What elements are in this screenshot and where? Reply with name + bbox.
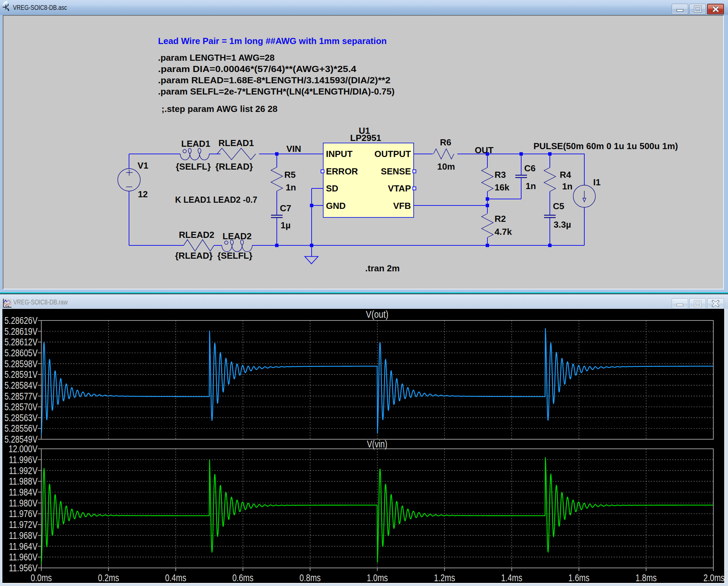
svg-text:R6: R6 (440, 137, 451, 147)
svg-text:C7: C7 (280, 203, 291, 213)
svg-text:C5: C5 (553, 201, 564, 211)
svg-text:5.28598V: 5.28598V (4, 358, 38, 369)
svg-text:R3: R3 (495, 170, 506, 180)
svg-text:SD: SD (326, 183, 338, 194)
svg-text:12: 12 (138, 189, 148, 199)
svg-text:11.992V: 11.992V (9, 465, 38, 476)
svg-text:5.28556V: 5.28556V (4, 423, 38, 434)
svg-text:RLEAD1: RLEAD1 (218, 138, 254, 148)
svg-text:2.0ms: 2.0ms (703, 572, 725, 583)
svg-text:{SELFL}: {SELFL} (176, 161, 211, 172)
svg-text:4.7k: 4.7k (495, 227, 512, 237)
svg-text:5.28605V: 5.28605V (4, 347, 38, 358)
svg-text:C6: C6 (524, 163, 536, 173)
svg-text:I1: I1 (593, 177, 601, 187)
svg-text:1.8ms: 1.8ms (636, 572, 657, 583)
svg-text:11.988V: 11.988V (9, 476, 38, 487)
svg-text:SENSE: SENSE (381, 166, 411, 176)
svg-text:1µ: 1µ (281, 220, 290, 230)
svg-text:0.6ms: 0.6ms (232, 572, 254, 583)
svg-text:0.2ms: 0.2ms (98, 572, 119, 583)
svg-text:1n: 1n (562, 181, 572, 191)
svg-text:1.6ms: 1.6ms (568, 572, 589, 583)
svg-text:11.972V: 11.972V (9, 519, 38, 530)
svg-text:OUTPUT: OUTPUT (374, 149, 411, 159)
svg-text:VIN: VIN (286, 144, 301, 154)
svg-text:1.2ms: 1.2ms (434, 572, 455, 583)
svg-text:R5: R5 (284, 170, 296, 180)
svg-text:5.28626V: 5.28626V (4, 315, 38, 326)
svg-text:5.28563V: 5.28563V (4, 412, 38, 423)
svg-text:.param DIA=0.00046*(57/64)**(A: .param DIA=0.00046*(57/64)**(AWG+3)*25.4 (158, 64, 357, 74)
svg-text:1n: 1n (286, 182, 296, 192)
svg-text:11.980V: 11.980V (9, 498, 38, 509)
svg-text:1n: 1n (526, 181, 536, 191)
svg-text:5.28619V: 5.28619V (4, 326, 38, 337)
svg-text:PULSE(50m 60m 0 1u 1u 500u 1m): PULSE(50m 60m 0 1u 1u 500u 1m) (533, 141, 678, 151)
svg-text:V1: V1 (138, 160, 148, 171)
svg-text:RLEAD2: RLEAD2 (179, 230, 214, 240)
svg-text:.tran 2m: .tran 2m (365, 263, 400, 273)
svg-text:5.28577V: 5.28577V (4, 391, 38, 402)
svg-text:5.28570V: 5.28570V (4, 401, 38, 412)
svg-text:11.960V: 11.960V (9, 552, 38, 562)
svg-text:R2: R2 (495, 214, 506, 224)
svg-text:V(vin): V(vin) (367, 439, 387, 449)
svg-text:0.8ms: 0.8ms (300, 572, 321, 583)
svg-text:.param LENGTH=1 AWG=28: .param LENGTH=1 AWG=28 (158, 53, 274, 63)
svg-text:3.3µ: 3.3µ (554, 219, 571, 230)
svg-text:1.0ms: 1.0ms (367, 572, 388, 583)
svg-text:R4: R4 (560, 170, 571, 180)
svg-text:LP2951: LP2951 (350, 133, 381, 143)
svg-text:LEAD2: LEAD2 (223, 231, 252, 241)
svg-text:VTAP: VTAP (388, 183, 411, 194)
svg-text:1.4ms: 1.4ms (501, 572, 522, 583)
svg-text:OUT: OUT (475, 145, 494, 155)
svg-text:{RLEAD}: {RLEAD} (215, 161, 253, 172)
svg-text:11.964V: 11.964V (9, 541, 38, 552)
svg-text:5.28591V: 5.28591V (4, 369, 38, 380)
svg-text:11.996V: 11.996V (9, 454, 38, 465)
svg-text:.param RLEAD=1.68E-8*LENGTH/3.: .param RLEAD=1.68E-8*LENGTH/3.141593/(DI… (158, 75, 390, 85)
svg-text:11.984V: 11.984V (9, 487, 38, 498)
svg-text:.param SELFL=2e-7*LENGTH*(LN(4: .param SELFL=2e-7*LENGTH*(LN(4*LENGTH/DI… (158, 86, 395, 97)
svg-text:{RLEAD}: {RLEAD} (175, 251, 213, 261)
svg-text:16k: 16k (495, 182, 510, 192)
svg-text:;.step param AWG list 26 28: ;.step param AWG list 26 28 (161, 104, 277, 114)
svg-text:V(out): V(out) (366, 309, 388, 320)
svg-text:5.28612V: 5.28612V (4, 337, 38, 347)
svg-text:11.976V: 11.976V (9, 508, 38, 519)
svg-text:INPUT: INPUT (326, 149, 353, 159)
svg-text:GND: GND (326, 201, 346, 211)
svg-text:K LEAD1 LEAD2 -0.7: K LEAD1 LEAD2 -0.7 (175, 195, 257, 205)
svg-text:Lead Wire Pair = 1m long ##AWG: Lead Wire Pair = 1m long ##AWG with 1mm … (158, 36, 387, 46)
svg-text:10m: 10m (437, 161, 455, 172)
svg-text:0.4ms: 0.4ms (165, 572, 186, 583)
svg-text:LEAD1: LEAD1 (181, 139, 210, 149)
svg-text:{SELFL}: {SELFL} (217, 251, 253, 261)
svg-text:0.0ms: 0.0ms (31, 572, 52, 583)
svg-text:5.28584V: 5.28584V (4, 380, 38, 391)
svg-text:11.968V: 11.968V (9, 530, 38, 541)
svg-text:ERROR: ERROR (326, 166, 358, 176)
svg-text:12.000V: 12.000V (9, 443, 38, 454)
svg-text:VFB: VFB (393, 201, 411, 211)
